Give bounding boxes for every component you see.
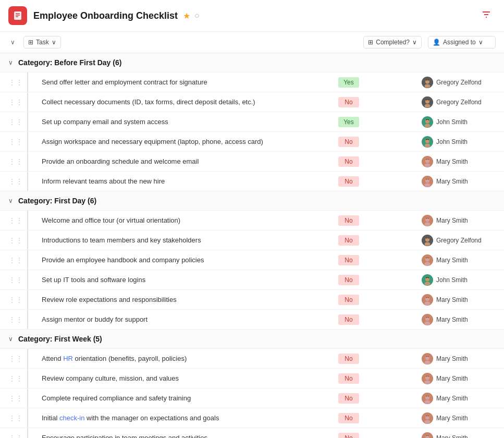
completed-cell[interactable]: No bbox=[334, 133, 417, 150]
task-name: Provide an onboarding schedule and welco… bbox=[40, 152, 334, 171]
task-name: Review company culture, mission, and val… bbox=[40, 369, 334, 387]
svg-point-35 bbox=[425, 242, 431, 246]
status-badge[interactable]: No bbox=[338, 433, 359, 439]
task-name: Inform relevant teams about the new hire bbox=[40, 172, 334, 190]
assigned-cell[interactable]: John Smith bbox=[417, 113, 496, 131]
drag-handle-icon: ⋮⋮ bbox=[8, 374, 23, 383]
svg-point-42 bbox=[426, 278, 429, 281]
table-row: ⋮⋮ Collect necessary documents (ID, tax … bbox=[0, 92, 504, 112]
assigned-cell[interactable]: Mary Smith bbox=[417, 350, 496, 368]
status-badge[interactable]: No bbox=[338, 255, 359, 265]
completed-cell[interactable]: No bbox=[334, 94, 417, 111]
completed-cell[interactable]: No bbox=[334, 291, 417, 308]
star-icon[interactable]: ★ bbox=[183, 11, 190, 21]
svg-point-67 bbox=[425, 420, 431, 423]
completed-cell[interactable]: No bbox=[334, 153, 417, 170]
drag-handle-icon: ⋮⋮ bbox=[8, 138, 23, 146]
status-badge[interactable]: No bbox=[338, 156, 359, 167]
svg-point-22 bbox=[426, 160, 429, 162]
table-row: ⋮⋮ Assign mentor or buddy for support No… bbox=[0, 310, 504, 330]
completed-cell[interactable]: No bbox=[334, 311, 417, 328]
assigned-cell[interactable]: Mary Smith bbox=[417, 291, 496, 309]
svg-point-66 bbox=[426, 416, 429, 419]
task-indent bbox=[27, 211, 35, 230]
completed-cell[interactable]: No bbox=[334, 430, 417, 439]
assigned-cell[interactable]: John Smith bbox=[417, 271, 496, 289]
task-indent bbox=[27, 72, 35, 92]
svg-point-7 bbox=[425, 84, 431, 88]
status-badge[interactable]: No bbox=[338, 314, 359, 325]
assigned-cell[interactable]: Mary Smith bbox=[417, 409, 496, 427]
svg-point-15 bbox=[425, 124, 431, 127]
svg-point-46 bbox=[426, 298, 429, 300]
status-badge[interactable]: No bbox=[338, 215, 359, 226]
assigned-cell[interactable]: Mary Smith bbox=[417, 173, 496, 190]
assignee-name: Mary Smith bbox=[436, 355, 468, 362]
task-indent bbox=[27, 349, 35, 368]
completed-cell[interactable]: No bbox=[334, 212, 417, 229]
assigned-cell[interactable]: Gregory Zelfond bbox=[417, 93, 496, 111]
assigned-cell[interactable]: John Smith bbox=[417, 133, 496, 151]
status-badge[interactable]: No bbox=[338, 235, 359, 246]
assigned-cell[interactable]: Mary Smith bbox=[417, 429, 496, 439]
assigned-cell[interactable]: Gregory Zelfond bbox=[417, 74, 496, 91]
drag-handle-icon: ⋮⋮ bbox=[8, 315, 23, 324]
task-column-label: Task bbox=[36, 39, 49, 46]
svg-point-55 bbox=[425, 360, 431, 364]
status-badge[interactable]: No bbox=[338, 97, 359, 107]
completed-cell[interactable]: No bbox=[334, 410, 417, 427]
status-badge[interactable]: No bbox=[338, 176, 359, 187]
completed-cell[interactable]: No bbox=[334, 390, 417, 407]
task-indent bbox=[27, 172, 35, 191]
assigned-cell[interactable]: Mary Smith bbox=[417, 311, 496, 328]
status-badge[interactable]: Yes bbox=[338, 117, 359, 127]
category-row-first-day[interactable]: ∨ Category: First Day (6) bbox=[0, 191, 504, 211]
assigned-cell[interactable]: Mary Smith bbox=[417, 370, 496, 387]
completed-cell[interactable]: No bbox=[334, 272, 417, 288]
svg-point-27 bbox=[425, 183, 431, 187]
avatar bbox=[422, 412, 433, 424]
category-title: Category: First Day (6) bbox=[18, 197, 96, 205]
assigned-column-button[interactable]: 👤 Assigned to ∨ bbox=[428, 36, 496, 48]
table-row: ⋮⋮ Complete required compliance and safe… bbox=[0, 388, 504, 408]
status-badge[interactable]: No bbox=[338, 373, 359, 384]
status-badge[interactable]: No bbox=[338, 137, 359, 147]
svg-point-11 bbox=[425, 104, 431, 107]
category-row-before-first-day[interactable]: ∨ Category: Before First Day (6) bbox=[0, 53, 504, 72]
completed-cell[interactable]: No bbox=[334, 232, 417, 249]
completed-cell[interactable]: No bbox=[334, 173, 417, 190]
status-badge[interactable]: No bbox=[338, 413, 359, 423]
status-badge[interactable]: No bbox=[338, 275, 359, 285]
completed-cell[interactable]: No bbox=[334, 350, 417, 367]
assigned-cell[interactable]: Mary Smith bbox=[417, 212, 496, 229]
category-title: Category: Before First Day (6) bbox=[18, 58, 121, 67]
task-name: Set up company email and system access bbox=[40, 113, 334, 131]
task-indent bbox=[27, 369, 35, 388]
category-row-first-week[interactable]: ∨ Category: First Week (5) bbox=[0, 330, 504, 349]
avatar bbox=[422, 274, 433, 286]
task-name: Encourage participation in team meetings… bbox=[40, 429, 334, 438]
completed-cell[interactable]: No bbox=[334, 370, 417, 387]
completed-cell[interactable]: Yes bbox=[334, 74, 417, 91]
task-column-button[interactable]: ⊞ Task ∨ bbox=[23, 36, 61, 48]
completed-column-button[interactable]: ⊞ Completed? ∨ bbox=[363, 36, 422, 48]
assigned-cell[interactable]: Gregory Zelfond bbox=[417, 232, 496, 249]
completed-cell[interactable]: Yes bbox=[334, 114, 417, 130]
assignee-name: John Smith bbox=[436, 138, 468, 145]
assigned-cell[interactable]: Mary Smith bbox=[417, 153, 496, 171]
task-name: Provide an employee handbook and company… bbox=[40, 251, 334, 269]
assigned-cell[interactable]: Mary Smith bbox=[417, 390, 496, 407]
status-badge[interactable]: No bbox=[338, 295, 359, 305]
filter-icon[interactable] bbox=[477, 7, 496, 25]
assignee-name: Mary Smith bbox=[436, 395, 468, 402]
table-row: ⋮⋮ Attend HR orientation (benefits, payr… bbox=[0, 349, 504, 369]
status-badge[interactable]: Yes bbox=[338, 77, 359, 88]
status-badge[interactable]: No bbox=[338, 354, 359, 364]
completed-cell[interactable]: No bbox=[334, 252, 417, 269]
drag-handle-icon: ⋮⋮ bbox=[8, 434, 23, 439]
assigned-cell[interactable]: Mary Smith bbox=[417, 251, 496, 269]
avatar bbox=[422, 215, 433, 226]
toolbar-expand-icon[interactable]: ∨ bbox=[8, 36, 17, 48]
status-badge[interactable]: No bbox=[338, 393, 359, 404]
assignee-name: Gregory Zelfond bbox=[436, 99, 482, 106]
